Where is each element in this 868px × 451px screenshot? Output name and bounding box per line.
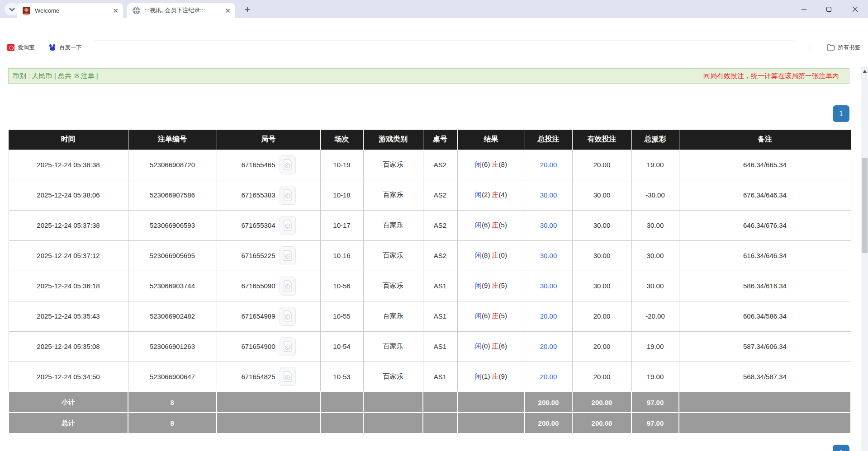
scrollbar-thumb[interactable] bbox=[862, 158, 868, 253]
video-replay-icon[interactable] bbox=[280, 216, 296, 235]
cell-round: 671655465 bbox=[217, 150, 320, 180]
cell-valid-bet: 20.00 bbox=[572, 301, 631, 331]
cell-time: 2025-12-24 05:36:18 bbox=[9, 271, 128, 301]
video-replay-icon[interactable] bbox=[280, 277, 296, 296]
sum-valid-bet: 200.00 bbox=[572, 413, 631, 433]
table-row: 2025-12-24 05:36:18 523066903744 6716550… bbox=[9, 271, 851, 301]
cell-payout: 19.00 bbox=[631, 331, 679, 362]
column-header: 时间 bbox=[9, 130, 128, 150]
cell-bet-id: 523066907586 bbox=[128, 180, 217, 210]
video-replay-icon[interactable] bbox=[280, 307, 296, 326]
cell-table-no: AS2 bbox=[423, 150, 457, 180]
bookmark-aitaobao[interactable]: 爱淘宝 bbox=[7, 42, 35, 52]
cell-game-type: 百家乐 bbox=[363, 240, 423, 271]
cell-bet-id: 523066902482 bbox=[128, 301, 217, 331]
video-replay-icon[interactable] bbox=[280, 186, 296, 205]
scroll-up-arrow-icon[interactable] bbox=[863, 70, 867, 73]
bet-table-foot: 小计 8 200.00 200.00 97.00 总计 8 200.00 200… bbox=[9, 392, 851, 433]
column-header: 总派彩 bbox=[631, 130, 679, 150]
cell-payout: 30.00 bbox=[631, 210, 679, 240]
tab-close-icon[interactable]: ✕ bbox=[225, 7, 231, 14]
bookmarks-bar: 爱淘宝 百度一下 所有书签 bbox=[0, 41, 868, 54]
cell-valid-bet: 30.00 bbox=[572, 240, 631, 271]
sum-total-bet: 200.00 bbox=[525, 392, 572, 413]
round-number: 671654825 bbox=[241, 373, 275, 381]
video-replay-icon[interactable] bbox=[280, 155, 296, 174]
cell-valid-bet: 20.00 bbox=[572, 150, 631, 180]
window-close-button[interactable] bbox=[844, 0, 865, 18]
cell-bet-id: 523066905695 bbox=[128, 240, 217, 271]
pagination-page-1-bottom[interactable]: 1 bbox=[833, 445, 849, 451]
cell-time: 2025-12-24 05:37:38 bbox=[9, 210, 128, 240]
bet-table-head-row: 时间注单编号局号场次游戏类别桌号结果总投注有效投注总派彩备注 bbox=[9, 130, 851, 150]
globe-favicon-icon bbox=[133, 7, 140, 14]
cell-total-bet[interactable]: 20.00 bbox=[525, 150, 572, 180]
cell-remark: 606.34/586.34 bbox=[679, 301, 851, 331]
tab-bet-record[interactable]: :::视讯, 会员下注纪录::: ✕ bbox=[127, 3, 235, 18]
cell-total-bet[interactable]: 20.00 bbox=[525, 362, 572, 392]
column-header: 局号 bbox=[217, 130, 320, 150]
cell-bet-id: 523066903744 bbox=[128, 271, 217, 301]
bookmark-baidu[interactable]: 百度一下 bbox=[49, 42, 82, 52]
cell-game-type: 百家乐 bbox=[363, 271, 423, 301]
cell-table-no: AS2 bbox=[423, 210, 457, 240]
cell-session: 10-19 bbox=[320, 150, 363, 180]
new-tab-button[interactable]: + bbox=[241, 3, 254, 16]
pagination-page-1-top[interactable]: 1 bbox=[833, 105, 849, 122]
cell-payout: 19.00 bbox=[631, 150, 679, 180]
cell-session: 10-16 bbox=[320, 240, 363, 271]
window-minimize-button[interactable] bbox=[793, 0, 814, 18]
bookmarks-divider bbox=[810, 43, 810, 52]
table-row: 2025-12-24 05:38:06 523066907586 6716553… bbox=[9, 180, 851, 210]
vertical-scrollbar[interactable] bbox=[861, 66, 868, 451]
cell-bet-id: 523066906593 bbox=[128, 210, 217, 240]
cell-round: 671655225 bbox=[217, 240, 320, 271]
cell-remark: 568.34/587.34 bbox=[679, 362, 851, 392]
video-replay-icon[interactable] bbox=[280, 367, 296, 386]
subtotal-row: 小计 8 200.00 200.00 97.00 bbox=[9, 392, 851, 413]
cell-total-bet[interactable]: 30.00 bbox=[525, 180, 572, 210]
bet-table-body: 2025-12-24 05:38:38 523066908720 6716554… bbox=[9, 150, 851, 392]
baidu-icon bbox=[49, 44, 56, 51]
all-bookmarks-button[interactable]: 所有书签 bbox=[827, 42, 860, 52]
cell-time: 2025-12-24 05:38:06 bbox=[9, 180, 128, 210]
maximize-icon bbox=[826, 7, 831, 12]
welcome-favicon-icon bbox=[23, 7, 30, 14]
note-text: 同局有效投注，统一计算在该局第一张注单内 bbox=[703, 72, 839, 80]
sum-valid-bet: 200.00 bbox=[572, 392, 631, 413]
window-maximize-button[interactable] bbox=[818, 0, 839, 18]
cell-round: 671654989 bbox=[217, 301, 320, 331]
sum-count: 8 bbox=[128, 413, 217, 433]
cell-session: 10-17 bbox=[320, 210, 363, 240]
video-replay-icon[interactable] bbox=[280, 246, 296, 265]
cell-total-bet[interactable]: 30.00 bbox=[525, 240, 572, 271]
cell-table-no: AS1 bbox=[423, 331, 457, 362]
cell-session: 10-18 bbox=[320, 180, 363, 210]
table-row: 2025-12-24 05:37:38 523066906593 6716553… bbox=[9, 210, 851, 240]
sum-label: 总计 bbox=[9, 413, 128, 433]
cell-total-bet[interactable]: 30.00 bbox=[525, 210, 572, 240]
round-number: 671655090 bbox=[241, 282, 275, 290]
cell-payout: 30.00 bbox=[631, 271, 679, 301]
cell-valid-bet: 30.00 bbox=[572, 180, 631, 210]
cell-total-bet[interactable]: 20.00 bbox=[525, 331, 572, 362]
column-header: 桌号 bbox=[423, 130, 457, 150]
cell-game-type: 百家乐 bbox=[363, 150, 423, 180]
tab-welcome[interactable]: Welcome ✕ bbox=[17, 3, 123, 18]
cell-remark: 586.34/616.34 bbox=[679, 271, 851, 301]
cell-total-bet[interactable]: 20.00 bbox=[525, 301, 572, 331]
sum-payout: 97.00 bbox=[631, 392, 679, 413]
round-number: 671655383 bbox=[241, 191, 275, 199]
cell-session: 10-54 bbox=[320, 331, 363, 362]
tab-title: Welcome bbox=[35, 7, 109, 14]
cell-total-bet[interactable]: 30.00 bbox=[525, 271, 572, 301]
round-number: 671654900 bbox=[241, 343, 275, 350]
total-row: 总计 8 200.00 200.00 97.00 bbox=[9, 413, 851, 433]
cell-payout: 30.00 bbox=[631, 240, 679, 271]
folder-icon bbox=[827, 44, 835, 51]
round-number: 671655465 bbox=[241, 161, 275, 169]
minimize-icon bbox=[802, 7, 806, 12]
tab-close-icon[interactable]: ✕ bbox=[113, 7, 119, 14]
video-replay-icon[interactable] bbox=[280, 337, 296, 356]
cell-table-no: AS2 bbox=[423, 240, 457, 271]
